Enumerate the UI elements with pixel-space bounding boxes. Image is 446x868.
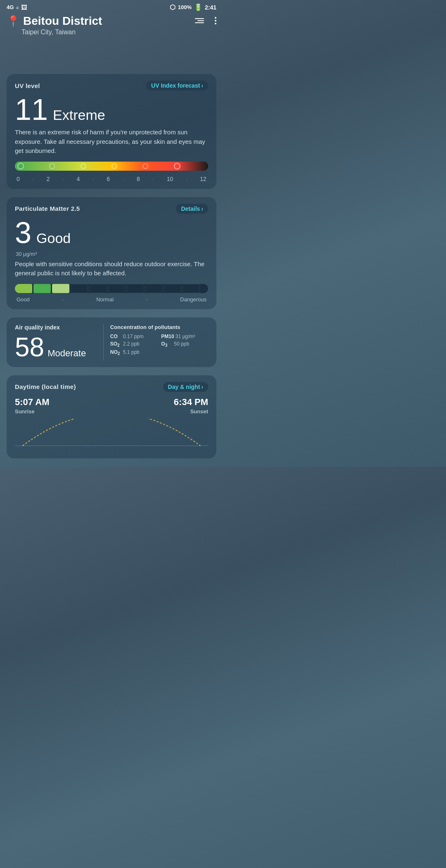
uv-dot-6: · bbox=[186, 176, 187, 182]
uv-slider-track bbox=[15, 162, 208, 171]
sunrise-item: 5:07 AM Sunrise bbox=[15, 397, 50, 415]
uv-value-row: 11 Extreme bbox=[15, 95, 208, 124]
pollutant-empty bbox=[161, 349, 208, 356]
uv-description: There is an extreme risk of harm if you'… bbox=[15, 128, 208, 156]
pollutant-o3-val: 50 ppb bbox=[174, 341, 189, 347]
network-type: 4G bbox=[7, 4, 14, 10]
uv-label-2: 2 bbox=[47, 176, 50, 182]
header-icons bbox=[195, 17, 216, 24]
day-night-label: Day & night bbox=[168, 384, 200, 390]
location-info: 📍 Beitou District Taipei City, Taiwan bbox=[7, 14, 102, 36]
pm25-section-header: Particulate Matter 2.5 Details › bbox=[15, 204, 208, 214]
pm25-value: 3 bbox=[15, 218, 31, 248]
pm25-bar-track bbox=[15, 284, 208, 293]
pollutant-co-val: 0.17 ppm bbox=[123, 334, 144, 339]
location-name-row: 📍 Beitou District bbox=[7, 14, 102, 28]
uv-value: 11 bbox=[15, 95, 48, 124]
signal-icon: ᵢₗₗ bbox=[16, 4, 19, 10]
aqi-value-row: 58 Moderate bbox=[15, 334, 97, 360]
pm25-details-label: Details bbox=[181, 205, 200, 212]
pollutants-grid: CO 0.17 ppm PM10 31 μg/m³ SO2 2.2 ppb O3… bbox=[110, 334, 208, 356]
sunset-label: Sunset bbox=[174, 408, 208, 415]
uv-dot-4: · bbox=[123, 176, 124, 182]
pm25-label-normal: Normal bbox=[96, 296, 114, 303]
sun-arc bbox=[15, 419, 208, 452]
status-left: 4G ᵢₗₗ 🖼 bbox=[7, 4, 27, 11]
pm25-level-label: Good bbox=[36, 230, 71, 246]
pm25-section: Particulate Matter 2.5 Details › 3 Good … bbox=[7, 197, 216, 309]
pm25-details-arrow: › bbox=[201, 205, 203, 212]
pollutant-pm10: PM10 31 μg/m³ bbox=[161, 334, 208, 339]
uv-level-label: Extreme bbox=[53, 107, 105, 123]
sunrise-sunset-row: 5:07 AM Sunrise 6:34 PM Sunset bbox=[15, 397, 208, 415]
daytime-header: Daytime (local time) Day & night › bbox=[15, 382, 208, 392]
location-pin-icon: 📍 bbox=[7, 15, 20, 28]
day-night-link[interactable]: Day & night › bbox=[163, 382, 208, 392]
pollutants-title: Concentration of pollutants bbox=[110, 324, 208, 330]
photo-icon: 🖼 bbox=[21, 4, 27, 11]
sunrise-time: 5:07 AM bbox=[15, 397, 50, 408]
battery-icon: 🔋 bbox=[194, 3, 202, 11]
location-name: Beitou District bbox=[23, 14, 102, 28]
uv-dot-3: · bbox=[93, 176, 94, 182]
pm25-label-dangerous: Dangerous bbox=[180, 296, 206, 303]
pm25-section-title: Particulate Matter 2.5 bbox=[15, 205, 80, 212]
uv-label-12: 12 bbox=[200, 176, 206, 182]
uv-forecast-link[interactable]: UV Index forecast › bbox=[146, 81, 208, 91]
more-options-icon[interactable] bbox=[215, 17, 216, 24]
pollutant-no2-name: NO2 bbox=[110, 349, 122, 356]
sunset-item: 6:34 PM Sunset bbox=[174, 397, 208, 415]
aqi-title: Air quality index bbox=[15, 324, 97, 331]
uv-label-4: 4 bbox=[77, 176, 80, 182]
uv-section: UV level UV Index forecast › 11 Extreme … bbox=[7, 74, 216, 189]
aqi-level-label: Moderate bbox=[47, 348, 86, 359]
uv-label-10: 10 bbox=[167, 176, 173, 182]
pm25-label-good: Good bbox=[17, 296, 30, 303]
uv-label-6: 6 bbox=[107, 176, 110, 182]
battery-pct: 100% bbox=[178, 4, 192, 10]
status-bar: 4G ᵢₗₗ 🖼 ⬡ 100% 🔋 2:41 bbox=[0, 0, 223, 13]
uv-dot-1: · bbox=[32, 176, 34, 182]
pm25-value-row: 3 Good bbox=[15, 218, 208, 248]
uv-scale-labels: 0 · 2 · 4 · 6 · 8 · 10 · 12 bbox=[15, 174, 208, 182]
aqi-value: 58 bbox=[15, 334, 44, 360]
pollutant-co-name: CO bbox=[110, 334, 122, 339]
aqi-left: Air quality index 58 Moderate bbox=[15, 324, 104, 360]
pm25-details-link[interactable]: Details › bbox=[176, 204, 208, 214]
pm25-bar-labels: Good · Normal · Dangerous bbox=[15, 296, 208, 303]
pollutant-no2: NO2 5.1 ppb bbox=[110, 349, 157, 356]
day-night-arrow: › bbox=[201, 384, 203, 390]
uv-dot-5: · bbox=[152, 176, 154, 182]
location-sub: Taipei City, Taiwan bbox=[21, 29, 102, 36]
uv-label-8: 8 bbox=[137, 176, 140, 182]
clock: 2:41 bbox=[205, 4, 216, 11]
status-right: ⬡ 100% 🔋 2:41 bbox=[170, 3, 216, 11]
pollutant-no2-val: 5.1 ppb bbox=[123, 349, 140, 355]
uv-forecast-arrow: › bbox=[201, 82, 203, 89]
header: 📍 Beitou District Taipei City, Taiwan bbox=[0, 13, 223, 41]
location-list-icon[interactable] bbox=[195, 18, 204, 23]
pollutant-so2: SO2 2.2 ppb bbox=[110, 341, 157, 348]
background-image-area bbox=[0, 41, 223, 74]
pollutant-o3: O3 50 ppb bbox=[161, 341, 208, 348]
uv-section-title: UV level bbox=[15, 82, 40, 89]
pm25-bar-fill bbox=[15, 284, 208, 293]
sunrise-label: Sunrise bbox=[15, 408, 50, 415]
daytime-section-title: Daytime (local time) bbox=[15, 383, 76, 390]
uv-dot-2: · bbox=[62, 176, 64, 182]
daytime-section: Daytime (local time) Day & night › 5:07 … bbox=[7, 375, 216, 458]
pollutant-co: CO 0.17 ppm bbox=[110, 334, 157, 339]
aqi-section: Air quality index 58 Moderate Concentrat… bbox=[7, 317, 216, 367]
pm25-description: People with sensitive conditions should … bbox=[15, 260, 208, 278]
pm25-dot-2: · bbox=[146, 296, 148, 303]
pm25-dot-1: · bbox=[62, 296, 64, 303]
sunset-time: 6:34 PM bbox=[174, 397, 208, 408]
pollutant-so2-name: SO2 bbox=[110, 341, 122, 348]
uv-forecast-label: UV Index forecast bbox=[151, 82, 200, 89]
pm25-sub: 30 μg/m³ bbox=[16, 251, 208, 257]
uv-label-0: 0 bbox=[17, 176, 20, 182]
aqi-right: Concentration of pollutants CO 0.17 ppm … bbox=[104, 324, 208, 360]
screen-icon: ⬡ bbox=[170, 3, 176, 11]
pollutant-so2-val: 2.2 ppb bbox=[123, 341, 140, 347]
uv-section-header: UV level UV Index forecast › bbox=[15, 81, 208, 91]
